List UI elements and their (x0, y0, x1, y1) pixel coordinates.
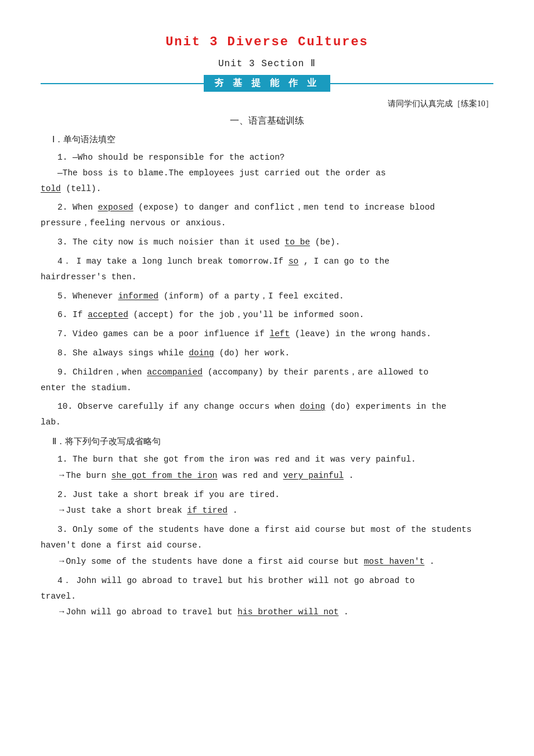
part1-label: Ⅰ．单句语法填空 (52, 134, 493, 145)
p2-q3: 3. Only some of the students have done a… (41, 522, 493, 569)
q3: 3. The city now is much noisier than it … (41, 235, 493, 250)
section1-title: 一、语言基础训练 (41, 115, 493, 127)
q6-answer: accepted (88, 310, 128, 319)
q5: 5. Whenever informed (inform) of a party… (41, 289, 493, 304)
q4: 4． I may take a long lunch break tomorro… (41, 254, 493, 285)
p2q4-answer1: his brother will not (237, 607, 338, 617)
main-title: Unit 3 Diverse Cultures (41, 35, 493, 49)
p2q2-answer1: if tired (187, 506, 228, 515)
q5-answer: informed (118, 291, 158, 301)
q1-num: 1. —Who should be responsible for the ac… (57, 153, 285, 162)
banner-line-left (41, 83, 204, 84)
sub-title: Unit 3 Section Ⅱ (41, 57, 493, 69)
q7-answer: left (269, 329, 290, 339)
q8: 8. She always sings while doing (do) her… (41, 345, 493, 361)
banner-box: 夯 基 提 能 作 业 (204, 75, 330, 92)
p2-q2: 2. Just take a short break if you are ti… (41, 487, 493, 519)
q7: 7. Video games can be a poor influence i… (41, 326, 493, 342)
q1-answer: told (41, 184, 61, 193)
q10-answer: doing (300, 402, 326, 411)
q9: 9. Children，when accompanied (accompany)… (41, 365, 493, 396)
practice-note: 请同学们认真完成［练案10］ (41, 99, 493, 109)
q8-answer: doing (189, 348, 214, 358)
q10: 10. Observe carefully if any change occu… (41, 399, 493, 430)
banner-line-right (330, 83, 493, 84)
p2-q4: 4． John will go abroad to travel but his… (41, 573, 493, 620)
banner-row: 夯 基 提 能 作 业 (41, 75, 493, 92)
q1: 1. —Who should be responsible for the ac… (41, 150, 493, 196)
p2-q1: 1. The burn that she got from the iron w… (41, 452, 493, 484)
p2q1-answer1: she got from the iron (111, 471, 218, 480)
p2q1-answer2: very painful (283, 471, 344, 480)
q4-answer: so (288, 257, 298, 266)
q3-answer: to be (285, 237, 311, 247)
q2: 2. When exposed (expose) to danger and c… (41, 200, 493, 231)
part1-questions: 1. —Who should be responsible for the ac… (41, 150, 493, 430)
q9-answer: accompanied (147, 368, 203, 377)
p2q3-answer1: most haven't (364, 557, 424, 566)
q2-answer: exposed (98, 203, 134, 212)
part2-label: Ⅱ．将下列句子改写成省略句 (52, 436, 493, 447)
page-container: Unit 3 Diverse Cultures Unit 3 Section Ⅱ… (41, 35, 493, 620)
q6: 6. If accepted (accept) for the job，you'… (41, 307, 493, 323)
part2-questions: 1. The burn that she got from the iron w… (41, 452, 493, 620)
